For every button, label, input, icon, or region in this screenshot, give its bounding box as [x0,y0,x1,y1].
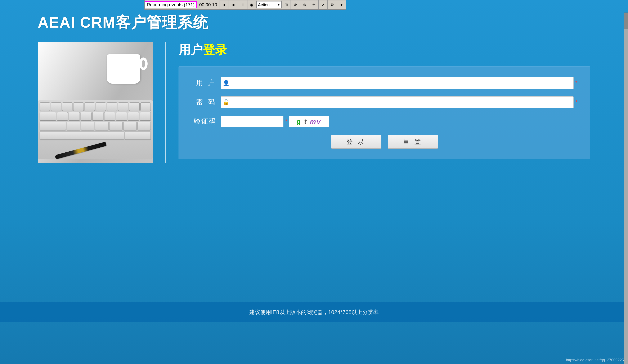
key [67,122,80,130]
key [40,112,56,121]
action-dropdown[interactable]: Action ▼ [256,1,282,8]
key [141,102,151,111]
cup-handle [139,58,148,70]
toolbar-btn-1[interactable]: ⊞ [282,0,291,9]
toolbar-btn-6[interactable]: ⚙ [328,0,337,9]
key [129,102,139,111]
key [123,122,137,130]
password-icon: 🔓 [223,99,230,106]
key [92,112,103,121]
user-text: 用户 [179,43,203,57]
key [118,102,128,111]
stop-button[interactable]: ■ [229,0,238,9]
captcha-label: 验证码 [191,117,217,126]
login-image-inner [38,42,153,163]
recording-label: Recording events (171) [145,1,197,8]
record-button[interactable]: ● [220,0,229,9]
login-button[interactable]: 登 录 [331,135,381,149]
username-input[interactable] [221,77,574,89]
captcha-char-mv: mv [310,118,321,125]
key [128,112,139,121]
username-input-wrapper: 👤 [221,77,574,89]
toolbar-btn-2[interactable]: ⟳ [291,0,300,9]
password-input-wrapper: 🔓 [221,96,574,108]
key [73,102,83,111]
key [95,122,108,130]
captcha-row: 验证码 * g t mv [191,116,578,127]
key [69,112,80,121]
login-form-container: 用户登录 用 户 👤 * 密 码 🔓 * [179,42,590,159]
captcha-char-g: g [297,118,302,125]
username-required: * [575,80,578,86]
login-image-panel [38,42,153,163]
action-label: Action [258,2,270,7]
app-title: AEAI CRM客户管理系统 [38,12,209,33]
pause-button[interactable]: ⏸ [238,0,247,9]
key [84,102,95,111]
password-input[interactable] [221,96,574,108]
key [80,112,92,121]
coffee-cup [103,46,145,84]
captcha-required: * [285,118,287,125]
key [104,112,115,121]
scrollbar-thumb[interactable] [624,12,628,29]
footer: 建议使用IE8以上版本的浏览器，1024*768以上分辨率 [0,302,628,322]
user-icon: 👤 [223,80,230,86]
key [96,102,106,111]
captcha-input-wrapper: * g t mv [221,116,329,127]
target-button[interactable]: ◉ [247,0,256,9]
key [40,131,124,140]
cup-body [107,54,140,84]
key-row-3 [40,122,151,130]
captcha-input[interactable] [221,116,283,127]
keyboard-rows [38,100,153,142]
key [40,122,66,130]
url-bar: https://blog.csdn.net/qq_27009225 [566,358,624,362]
captcha-image[interactable]: g t mv [289,116,329,127]
key [40,102,50,111]
key-row-2 [40,112,151,121]
login-divider [165,42,166,163]
key [138,122,151,130]
password-required: * [575,99,578,106]
denglu-text: 登录 [203,43,227,57]
toolbar-btn-3[interactable]: ⊕ [300,0,309,9]
key [51,102,61,111]
toolbar-btn-7[interactable]: ▼ [337,0,346,9]
login-box: 用 户 👤 * 密 码 🔓 * 验证码 [179,66,590,159]
recording-toolbar: Recording events (171) 00:00:10 ● ■ ⏸ ◉ … [145,0,346,10]
footer-text: 建议使用IE8以上版本的浏览器，1024*768以上分辨率 [6,308,622,316]
password-row: 密 码 🔓 * [191,96,578,108]
login-area: 用户登录 用 户 👤 * 密 码 🔓 * [38,42,590,163]
reset-button[interactable]: 重 置 [388,135,438,149]
key [116,112,127,121]
key [62,102,73,111]
toolbar-btn-4[interactable]: ✛ [309,0,318,9]
dropdown-arrow-icon: ▼ [277,3,280,6]
username-label: 用 户 [191,78,217,88]
key [81,122,94,130]
toolbar-btn-5[interactable]: ↗ [318,0,328,9]
key [107,102,117,111]
login-title: 用户登录 [179,42,590,58]
key-row-4 [40,131,151,140]
key [109,122,123,130]
key-row-1 [40,102,151,111]
recording-time: 00:00:10 [197,2,220,8]
key [140,112,151,121]
button-row: 登 录 重 置 [191,135,578,149]
keyboard [38,100,153,159]
username-row: 用 户 👤 * [191,77,578,89]
captcha-char-t: t [304,118,307,125]
password-label: 密 码 [191,98,217,107]
key [57,112,68,121]
key [125,131,151,140]
scrollbar[interactable] [624,12,628,364]
